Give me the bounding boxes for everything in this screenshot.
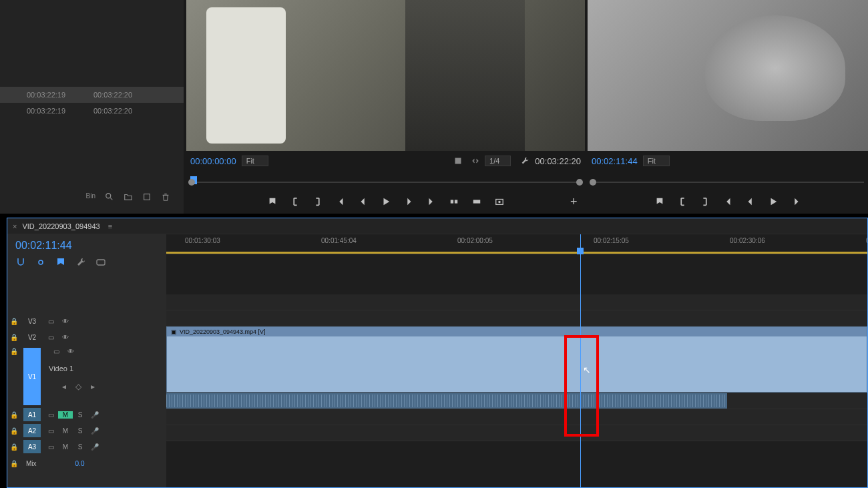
close-gap-icon[interactable] <box>471 157 479 165</box>
program-scrubber[interactable] <box>592 174 864 190</box>
track-a1[interactable] <box>166 393 867 409</box>
time-ruler[interactable]: 00:01:30:03 00:01:45:04 00:02:00:05 00:0… <box>166 234 867 254</box>
work-area-bar[interactable] <box>166 252 867 254</box>
panel-menu-icon[interactable]: ≡ <box>108 222 112 230</box>
solo-toggle[interactable]: S <box>73 427 87 435</box>
add-button-icon[interactable]: + <box>570 195 582 207</box>
step-back-icon[interactable] <box>359 197 368 206</box>
add-marker-icon[interactable] <box>55 257 66 268</box>
track-label[interactable]: V2 <box>23 330 41 344</box>
track-label[interactable]: V3 <box>23 314 41 328</box>
next-keyframe-icon[interactable]: ▸ <box>91 382 95 391</box>
linked-selection-icon[interactable] <box>35 257 46 268</box>
export-frame-icon[interactable] <box>495 197 504 206</box>
settings-icon[interactable] <box>454 157 462 165</box>
program-timecode-in[interactable]: 00:02:11:44 <box>592 156 638 166</box>
fit-select[interactable]: Fit <box>643 156 670 166</box>
source-scrubber[interactable] <box>190 174 581 190</box>
insert-icon[interactable] <box>449 197 459 206</box>
lock-icon[interactable]: 🔒 <box>7 443 21 451</box>
search-icon[interactable] <box>105 192 114 202</box>
scale-select[interactable]: 1/4 <box>485 156 511 166</box>
toggle-output-icon[interactable]: ▭ <box>43 334 58 341</box>
lock-icon[interactable]: 🔒 <box>7 318 21 325</box>
voice-over-icon[interactable]: 🎤 <box>87 443 102 451</box>
track-head-v2[interactable]: 🔒 V2 ▭ 👁 <box>7 329 166 345</box>
step-forward-icon[interactable] <box>791 197 801 206</box>
track-head-v3[interactable]: 🔒 V3 ▭ 👁 <box>7 313 166 329</box>
mute-toggle[interactable]: M <box>58 443 73 451</box>
track-label[interactable]: V1 <box>23 348 41 405</box>
add-keyframe-icon[interactable]: ◇ <box>75 382 81 391</box>
timeline-tracks[interactable]: 00:01:30:03 00:01:45:04 00:02:00:05 00:0… <box>166 234 867 487</box>
lock-icon[interactable]: 🔒 <box>7 460 21 467</box>
track-head-a1[interactable]: 🔒 A1 ▭ M S 🎤 <box>7 407 166 423</box>
add-marker-icon[interactable] <box>655 197 664 206</box>
tracks-area[interactable]: ▣ VID_20220903_094943.mp4 [V] <box>166 294 867 441</box>
step-forward-icon[interactable] <box>404 197 413 206</box>
prev-keyframe-icon[interactable]: ◂ <box>62 382 66 391</box>
close-tab-icon[interactable]: × <box>13 222 17 230</box>
wrench-icon[interactable] <box>520 156 529 166</box>
mark-in-icon[interactable] <box>290 197 300 206</box>
track-head-a3[interactable]: 🔒 A3 ▭ M S 🎤 <box>7 439 166 455</box>
toggle-visibility-icon[interactable]: 👁 <box>58 318 73 325</box>
mix-track[interactable]: 🔒 Mix 0.0 <box>7 455 166 472</box>
audio-clip[interactable] <box>166 393 727 409</box>
mark-out-icon[interactable] <box>700 197 710 206</box>
track-label[interactable]: A2 <box>23 424 41 437</box>
source-preview[interactable] <box>186 0 585 151</box>
track-v2[interactable] <box>166 310 867 326</box>
toggle-visibility-icon[interactable]: 👁 <box>58 334 73 341</box>
play-icon[interactable] <box>769 197 778 206</box>
toggle-output-icon[interactable]: ▭ <box>43 318 58 325</box>
step-back-icon[interactable] <box>746 197 755 206</box>
lock-icon[interactable]: 🔒 <box>7 334 21 341</box>
track-v3[interactable] <box>166 294 867 310</box>
lock-icon[interactable]: 🔒 <box>7 348 21 355</box>
video-clip[interactable]: ▣ VID_20220903_094943.mp4 [V] <box>166 326 867 393</box>
lock-icon[interactable]: 🔒 <box>7 411 21 419</box>
toggle-output-icon[interactable]: ▭ <box>43 443 58 451</box>
new-bin-icon[interactable] <box>124 192 133 202</box>
toggle-output-icon[interactable]: ▭ <box>49 348 63 355</box>
mute-toggle[interactable]: M <box>58 411 73 419</box>
toggle-output-icon[interactable]: ▭ <box>43 411 58 419</box>
voice-over-icon[interactable]: 🎤 <box>87 411 102 419</box>
timeline-timecode[interactable]: 00:02:11:44 <box>7 234 166 252</box>
track-head-v1[interactable]: 🔒 V1 ▭ 👁 Video 1 ◂ ◇ ▸ <box>7 345 166 407</box>
track-a2[interactable] <box>166 409 867 425</box>
track-v1[interactable]: ▣ VID_20220903_094943.mp4 [V] <box>166 326 867 393</box>
new-item-icon[interactable] <box>142 192 152 202</box>
captions-icon[interactable] <box>95 257 106 268</box>
track-label[interactable]: A1 <box>23 408 41 421</box>
track-a3[interactable] <box>166 425 867 441</box>
solo-toggle[interactable]: S <box>73 443 87 451</box>
wrench-icon[interactable] <box>75 257 86 268</box>
track-label[interactable]: A3 <box>23 440 41 453</box>
mix-value[interactable]: 0.0 <box>75 460 85 467</box>
playhead[interactable] <box>580 234 581 487</box>
project-row[interactable]: 00:03:22:19 00:03:22:20 <box>0 87 184 103</box>
source-timecode-in[interactable]: 00:00:00:00 <box>190 156 236 166</box>
go-to-out-icon[interactable] <box>427 197 436 206</box>
mark-in-icon[interactable] <box>678 197 687 206</box>
toggle-visibility-icon[interactable]: 👁 <box>63 348 78 355</box>
snap-icon[interactable] <box>15 257 26 268</box>
program-preview[interactable] <box>588 0 868 151</box>
solo-toggle[interactable]: S <box>73 411 87 419</box>
fit-select[interactable]: Fit <box>242 156 268 166</box>
voice-over-icon[interactable]: 🎤 <box>87 427 102 435</box>
overwrite-icon[interactable] <box>472 197 481 206</box>
toggle-output-icon[interactable]: ▭ <box>43 427 58 435</box>
track-head-a2[interactable]: 🔒 A2 ▭ M S 🎤 <box>7 423 166 439</box>
mute-toggle[interactable]: M <box>58 427 73 435</box>
mark-out-icon[interactable] <box>313 197 322 206</box>
source-timecode-out[interactable]: 00:03:22:20 <box>535 156 581 166</box>
go-to-in-icon[interactable] <box>723 197 732 206</box>
sequence-name[interactable]: VID_20220903_094943 <box>22 222 99 230</box>
play-icon[interactable] <box>381 197 391 206</box>
go-to-in-icon[interactable] <box>336 197 345 206</box>
lock-icon[interactable]: 🔒 <box>7 427 21 435</box>
add-marker-icon[interactable] <box>268 197 277 206</box>
